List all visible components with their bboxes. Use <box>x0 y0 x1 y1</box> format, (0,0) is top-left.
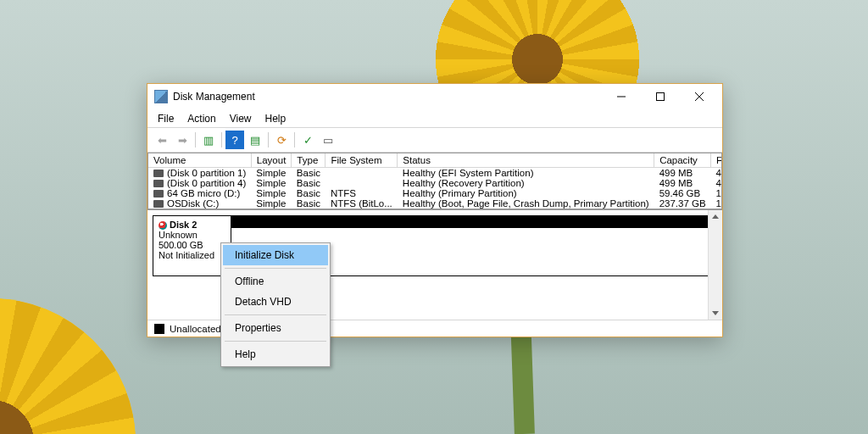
window-title: Disk Management <box>173 91 255 103</box>
back-button[interactable]: ⬅ <box>153 131 171 149</box>
context-detach-vhd[interactable]: Detach VHD <box>223 292 328 312</box>
col-status[interactable]: Status <box>398 153 654 168</box>
col-volume[interactable]: Volume <box>148 153 251 168</box>
legend-swatch-unallocated <box>154 324 164 334</box>
minimize-button[interactable] <box>602 84 641 109</box>
help-toolbutton[interactable]: ? <box>225 131 244 149</box>
disk-state: Unknown <box>159 230 225 240</box>
col-layout[interactable]: Layout <box>251 153 292 168</box>
volume-list: Volume Layout Type File System Status Ca… <box>147 153 722 209</box>
drive-icon <box>153 180 164 187</box>
disk-size: 500.00 GB <box>159 240 225 250</box>
maximize-button[interactable] <box>641 84 680 109</box>
col-free-space[interactable]: Free Space <box>711 153 722 168</box>
app-icon <box>154 90 168 103</box>
partition-stripe <box>231 216 716 228</box>
svg-rect-1 <box>657 93 665 101</box>
show-hide-action-pane-button[interactable]: ▤ <box>246 131 264 149</box>
context-offline[interactable]: Offline <box>223 271 328 292</box>
context-help[interactable]: Help <box>223 344 328 364</box>
disk-title: Disk 2 <box>170 220 197 230</box>
drive-icon <box>153 170 164 177</box>
menu-action[interactable]: Action <box>181 111 222 126</box>
vertical-scrollbar[interactable] <box>708 210 722 320</box>
col-type[interactable]: Type <box>292 153 326 168</box>
context-initialize-disk[interactable]: Initialize Disk <box>223 245 328 265</box>
menubar: File Action View Help <box>147 109 722 128</box>
col-file-system[interactable]: File System <box>326 153 398 168</box>
show-hide-console-tree-button[interactable]: ▥ <box>199 131 218 149</box>
drive-icon <box>153 200 164 208</box>
forward-button[interactable]: ➡ <box>173 131 192 149</box>
volume-row[interactable]: OSDisk (C:) Simple Basic NTFS (BitLo... … <box>148 198 722 209</box>
wallpaper-flower-bottom <box>0 298 136 434</box>
disk-status-icon <box>159 221 167 230</box>
volume-row[interactable]: (Disk 0 partition 4) Simple Basic Health… <box>148 178 722 188</box>
titlebar[interactable]: Disk Management <box>147 84 722 109</box>
menu-file[interactable]: File <box>151 111 181 126</box>
toolbar: ⬅ ➡ ▥ ? ▤ ⟳ ✓ ▭ <box>147 128 722 153</box>
close-button[interactable] <box>680 84 719 109</box>
col-capacity[interactable]: Capacity <box>654 153 711 168</box>
menu-view[interactable]: View <box>223 111 259 126</box>
context-properties[interactable]: Properties <box>223 318 328 338</box>
refresh-button[interactable]: ⟳ <box>272 131 291 149</box>
rescan-button[interactable]: ▭ <box>319 131 337 149</box>
toggle-button[interactable]: ✓ <box>298 131 317 149</box>
menu-help[interactable]: Help <box>259 111 293 126</box>
volume-row[interactable]: 64 GB micro (D:) Simple Basic NTFS Healt… <box>148 188 722 198</box>
legend-label-unallocated: Unallocated <box>170 324 221 334</box>
disk-init-status: Not Initialized <box>159 250 225 260</box>
disk-context-menu: Initialize Disk Offline Detach VHD Prope… <box>220 242 331 367</box>
volume-row[interactable]: (Disk 0 partition 1) Simple Basic Health… <box>148 168 722 179</box>
drive-icon <box>153 190 164 198</box>
